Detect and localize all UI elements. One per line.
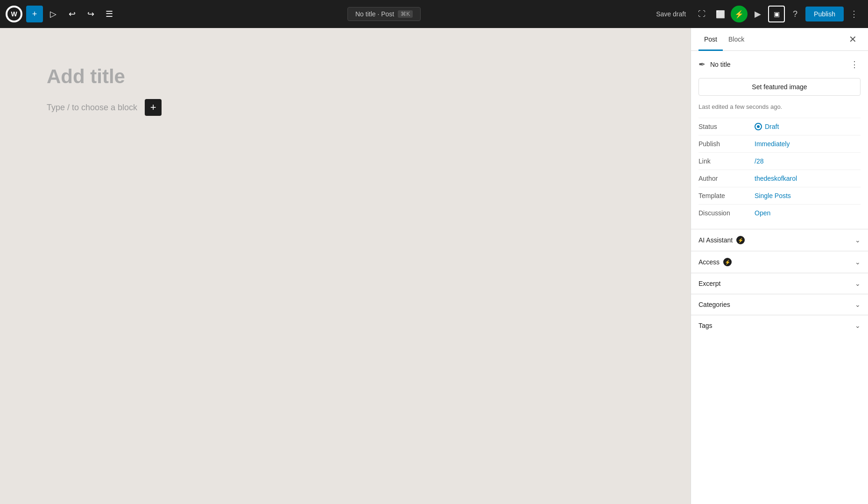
discussion-row: Discussion Open [699,204,861,221]
access-toggle[interactable]: Access ⚡ ⌄ [691,251,868,273]
ai-assistant-chevron-icon: ⌄ [855,236,861,244]
categories-toggle[interactable]: Categories ⌄ [691,294,868,315]
undo-icon: ↩ [69,9,76,19]
wp-logo-icon: W [7,7,21,21]
tags-toggle[interactable]: Tags ⌄ [691,315,868,336]
save-draft-button[interactable]: Save draft [650,7,692,21]
preview-button[interactable]: ⬜ [712,6,729,22]
toolbar-center: No title · Post ⌘K [120,7,649,21]
status-value[interactable]: Draft [755,123,779,130]
template-label: Template [699,192,755,199]
publish-row: Publish Immediately [699,135,861,152]
link-value[interactable]: /28 [755,157,763,165]
add-block-inline-button[interactable]: + [145,99,162,116]
status-row: Status Draft [699,118,861,135]
tab-block[interactable]: Block [723,28,750,51]
tab-post[interactable]: Post [699,28,723,51]
tags-title: Tags [699,322,855,329]
ai-assistant-section: AI Assistant ⚡ ⌄ [691,229,868,251]
author-row: Author thedeskofkarol [699,170,861,187]
redo-icon: ↪ [87,9,94,19]
wp-logo: W [6,6,22,22]
post-title-input[interactable]: Add title [47,65,644,88]
send-icon: ▶ [755,9,761,19]
access-lightning-icon: ⚡ [723,258,732,266]
categories-chevron-icon: ⌄ [855,301,861,308]
sidebar: Post Block ✕ ✒ No title ⋮ Set featured i… [691,28,868,504]
more-icon: ⋮ [850,9,858,19]
categories-title: Categories [699,301,855,308]
help-icon: ? [793,9,797,19]
editor-area: Add title Type / to choose a block + [0,28,691,504]
publish-button[interactable]: Publish [805,7,844,21]
plus-icon: + [32,9,37,19]
post-panel: ✒ No title ⋮ Set featured image Last edi… [691,51,868,229]
document-title-bar[interactable]: No title · Post ⌘K [347,7,421,21]
editor-content-area: Type / to choose a block + [47,99,644,116]
more-dots-icon: ⋮ [850,60,859,69]
excerpt-chevron-icon: ⌄ [855,280,861,287]
excerpt-section: Excerpt ⌄ [691,273,868,294]
ai-status-icon[interactable]: ⚡ [731,6,748,22]
add-block-button[interactable]: + [26,6,43,22]
author-label: Author [699,175,755,182]
link-label: Link [699,157,755,165]
undo-button[interactable]: ↩ [64,6,80,22]
discussion-value[interactable]: Open [755,209,770,217]
discussion-label: Discussion [699,209,755,217]
tags-section: Tags ⌄ [691,315,868,336]
link-row: Link /28 [699,152,861,170]
tags-chevron-icon: ⌄ [855,322,861,329]
template-row: Template Single Posts [699,187,861,204]
post-title-display: No title [710,61,844,68]
status-label: Status [699,123,755,130]
content-placeholder: Type / to choose a block [47,103,137,113]
cursor-icon: ▷ [50,9,56,19]
excerpt-title: Excerpt [699,280,855,287]
lightning-icon: ⚡ [734,10,744,19]
pen-icon: ✒ [699,59,706,70]
send-button[interactable]: ▶ [749,6,766,22]
set-featured-image-button[interactable]: Set featured image [699,78,861,96]
redo-button[interactable]: ↪ [82,6,99,22]
title-bar-shortcut: ⌘K [398,10,413,18]
more-options-button[interactable]: ⋮ [846,6,862,22]
plus-inline-icon: + [150,101,156,114]
toolbar-right: Save draft ⛶ ⬜ ⚡ ▶ ▣ ? Publish ⋮ [650,6,862,22]
settings-toggle-button[interactable]: ▣ [768,6,785,22]
fullscreen-button[interactable]: ⛶ [693,6,710,22]
excerpt-toggle[interactable]: Excerpt ⌄ [691,273,868,294]
publish-value[interactable]: Immediately [755,140,790,148]
fullscreen-icon: ⛶ [698,10,706,18]
author-value[interactable]: thedeskofkarol [755,175,797,182]
ai-lightning-icon: ⚡ [736,236,745,244]
list-view-button[interactable]: ☰ [101,6,118,22]
title-bar-text: No title · Post [355,10,394,18]
access-section: Access ⚡ ⌄ [691,251,868,273]
list-icon: ☰ [106,9,113,19]
access-title: Access ⚡ [699,258,855,266]
tools-button[interactable]: ▷ [45,6,62,22]
categories-section: Categories ⌄ [691,294,868,315]
ai-assistant-title: AI Assistant ⚡ [699,236,855,244]
publish-label: Publish [699,140,755,148]
sidebar-close-button[interactable]: ✕ [845,28,861,50]
post-more-button[interactable]: ⋮ [848,58,861,71]
ai-assistant-toggle[interactable]: AI Assistant ⚡ ⌄ [691,229,868,251]
post-header: ✒ No title ⋮ [699,58,861,71]
toolbar: W + ▷ ↩ ↪ ☰ No title · Post ⌘K Save draf… [0,0,868,28]
access-chevron-icon: ⌄ [855,258,861,266]
help-button[interactable]: ? [787,6,804,22]
settings-icon: ▣ [774,10,780,18]
sidebar-tabs: Post Block ✕ [691,28,868,51]
preview-icon: ⬜ [716,10,725,19]
draft-circle-icon [755,123,762,130]
template-value[interactable]: Single Posts [755,192,791,199]
last-edited-text: Last edited a few seconds ago. [699,103,861,110]
